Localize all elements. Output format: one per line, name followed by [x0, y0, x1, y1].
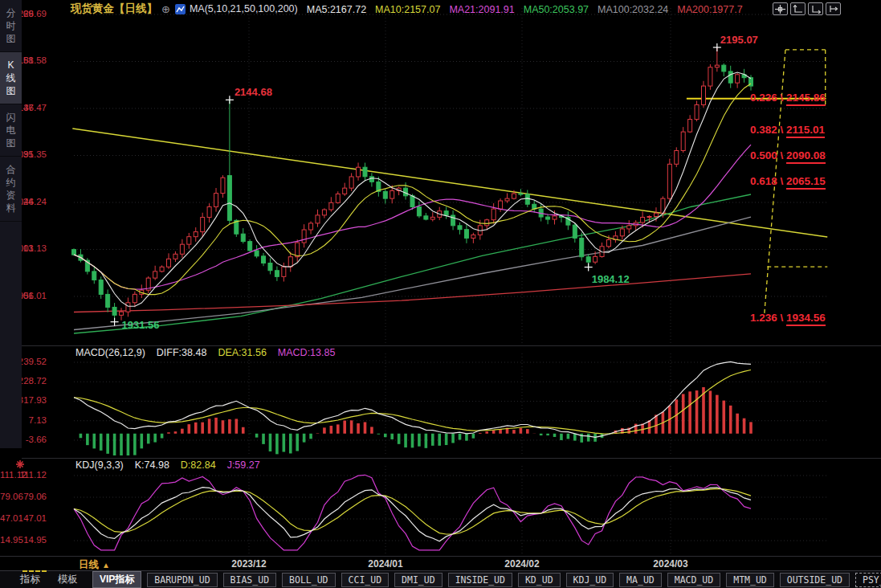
- indicator-tab[interactable]: VIP指标: [92, 571, 141, 588]
- date-label: 2024/01: [368, 558, 402, 570]
- sidebar: 分 时 图K 线 图闪 电 图合 约 资 料: [0, 0, 22, 448]
- kdj-j-value: J:59.27: [227, 459, 260, 471]
- indicator-settings-icon[interactable]: [16, 460, 24, 468]
- ma-legend: MA5:2167.72MA10:2157.07MA21:2091.91MA50:…: [298, 2, 743, 16]
- indicator-tab[interactable]: KDJ_UD: [566, 573, 614, 587]
- tab-indicators[interactable]: 指标: [11, 573, 49, 586]
- sidebar-item-1[interactable]: 分 时 图: [0, 0, 22, 52]
- macd-diff-value: DIFF:38.48: [157, 347, 207, 358]
- indicator-tab[interactable]: MTM_UD: [726, 573, 774, 587]
- sidebar-item-4[interactable]: 合 约 资 料: [0, 157, 22, 222]
- indicator-tab[interactable]: BIAS_UD: [223, 573, 276, 587]
- ma-legend-item: MA5:2167.72: [307, 4, 366, 15]
- indicator-tab[interactable]: INSIDE_UD: [448, 573, 512, 587]
- ma-legend-item: MA50:2053.97: [524, 4, 589, 15]
- axis-toolbar: [773, 2, 841, 15]
- symbol-title: 现货黄金【日线】: [71, 2, 157, 16]
- macd-macd-value: MACD:13.85: [278, 347, 336, 358]
- time-axis-row: 日线▲ 2023/122024/012024/022024/03: [0, 556, 881, 570]
- indicator-tabbar: 指标模板VIP指标BARUPDN_UDBIAS_UDBOLL_UDCCI_UDD…: [0, 570, 881, 588]
- panel-separator: [22, 458, 881, 459]
- indicator-tab[interactable]: OUTSIDE_UD: [780, 573, 850, 587]
- tab-templates[interactable]: 模板: [49, 573, 87, 586]
- sidebar-item-2[interactable]: K 线 图: [0, 52, 22, 104]
- ma-legend-item: MA21:2091.91: [449, 4, 514, 15]
- expand-icon[interactable]: ⊕: [161, 3, 170, 15]
- indicator-tab[interactable]: BOLL_UD: [282, 573, 335, 587]
- macd-title: MACD(26,12,9): [75, 347, 145, 358]
- kdj-d-value: D:82.84: [181, 459, 216, 471]
- y-axis-zoom-icon[interactable]: [790, 2, 806, 15]
- chart-style-icon[interactable]: [175, 4, 186, 14]
- date-label: 2024/03: [653, 558, 687, 570]
- indicator-tab[interactable]: CCI_UD: [341, 573, 390, 587]
- macd-histogram: [80, 387, 753, 459]
- chart-canvas[interactable]: [0, 0, 881, 588]
- date-label: 2024/02: [504, 558, 539, 570]
- kdj-k-value: K:74.98: [135, 459, 169, 471]
- axis-reset-icon[interactable]: [826, 2, 841, 15]
- indicator-tab[interactable]: BARUPDN_UD: [147, 573, 217, 587]
- panel-separator: [22, 345, 881, 346]
- main-panel: [72, 8, 828, 344]
- scroll-indicator[interactable]: [22, 570, 47, 572]
- macd-dea-value: DEA:31.56: [218, 347, 266, 358]
- ma-legend-item: MA200:1977.7: [677, 4, 742, 15]
- candlestick-series: [72, 47, 753, 322]
- indicator-tab[interactable]: KD_UD: [518, 573, 561, 587]
- macd-header: MACD(26,12,9)DIFF:38.48DEA:31.56MACD:13.…: [75, 347, 346, 358]
- x-axis-zoom-icon[interactable]: [808, 2, 823, 15]
- trading-app: 2226.692226.692181.582181.582136.472136.…: [0, 0, 881, 588]
- date-label: 2023/12: [231, 558, 266, 570]
- indicator-tab[interactable]: PSY_UD: [855, 573, 881, 587]
- indicator-tab[interactable]: MACD_UD: [667, 573, 720, 587]
- move-crosshair-icon[interactable]: [773, 2, 788, 15]
- indicator-tab[interactable]: DMI_UD: [394, 573, 443, 587]
- chart-header: 现货黄金【日线】 ⊕ MA(5,10,21,50,100,200) MA5:21…: [71, 2, 743, 16]
- kdj-title: KDJ(9,3,3): [75, 459, 124, 471]
- kdj-panel: [74, 466, 827, 554]
- indicator-tab[interactable]: MA_UD: [619, 573, 662, 587]
- sidebar-item-3[interactable]: 闪 电 图: [0, 104, 22, 157]
- ma-params-label: MA(5,10,21,50,100,200): [190, 3, 298, 14]
- kdj-header: KDJ(9,3,3)K:74.98D:82.84J:59.27: [75, 459, 271, 471]
- ma-legend-item: MA10:2157.07: [375, 4, 440, 15]
- macd-panel: [74, 353, 827, 459]
- ma-legend-item: MA100:2032.24: [598, 4, 668, 15]
